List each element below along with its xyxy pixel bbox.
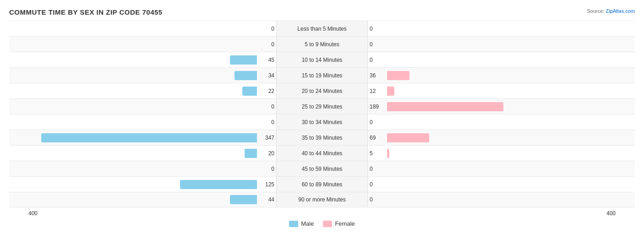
chart-row: 0 30 to 34 Minutes 0: [9, 114, 635, 130]
left-section: 125: [9, 177, 276, 192]
chart-row: 347 35 to 39 Minutes 69: [9, 130, 635, 145]
female-bar-container: [387, 83, 635, 98]
female-value: 0: [370, 166, 387, 172]
male-value: 44: [257, 196, 274, 203]
chart-row: 34 15 to 19 Minutes 36: [9, 67, 635, 83]
male-value: 0: [257, 119, 274, 125]
row-label: Less than 5 Minutes: [276, 21, 368, 36]
female-bar: [387, 149, 389, 158]
female-bar: [387, 87, 394, 96]
chart-row: 0 Less than 5 Minutes 0: [9, 21, 635, 36]
row-label: 25 to 29 Minutes: [276, 99, 368, 114]
female-value: 0: [370, 26, 387, 32]
male-bar: [230, 55, 257, 65]
female-bar: [387, 133, 429, 142]
male-value: 347: [257, 135, 274, 141]
male-value: 0: [257, 103, 274, 110]
female-value: 0: [370, 57, 387, 63]
legend-area: Male Female: [9, 220, 635, 227]
row-label: 40 to 44 Minutes: [276, 146, 368, 161]
male-bar-container: [9, 37, 257, 52]
row-label: 45 to 59 Minutes: [276, 161, 368, 176]
female-bar-container: [387, 161, 635, 176]
male-bar-container: [9, 68, 257, 83]
male-bar-container: [9, 83, 257, 98]
female-legend-box: [323, 221, 332, 227]
source-text: Source: ZipAtlas.com: [587, 8, 635, 14]
male-bar-container: [9, 21, 257, 36]
chart-row: 44 90 or more Minutes 0: [9, 192, 635, 207]
rows-area: 0 Less than 5 Minutes 0 0 5 to 9 Minutes: [9, 21, 635, 207]
female-bar-container: [387, 99, 635, 114]
chart-title: COMMUTE TIME BY SEX IN ZIP CODE 70455: [9, 8, 635, 16]
chart-row: 45 10 to 14 Minutes 0: [9, 52, 635, 67]
male-bar: [242, 87, 257, 96]
row-label: 90 or more Minutes: [276, 192, 368, 207]
male-bar: [180, 180, 257, 189]
row-label: 5 to 9 Minutes: [276, 37, 368, 52]
female-bar-container: [387, 146, 635, 161]
row-label: 35 to 39 Minutes: [276, 130, 368, 145]
male-bar-container: [9, 177, 257, 192]
female-bar-container: [387, 114, 635, 130]
right-section: 0: [368, 52, 635, 67]
female-value: 69: [370, 135, 387, 141]
axis-right: 400: [368, 210, 635, 217]
female-value: 5: [370, 150, 387, 157]
female-value: 189: [370, 103, 387, 110]
left-section: 20: [9, 146, 276, 161]
female-bar-container: [387, 130, 635, 145]
left-section: 347: [9, 130, 276, 145]
chart-row: 0 25 to 29 Minutes 189: [9, 98, 635, 114]
male-value: 0: [257, 26, 274, 32]
male-value: 0: [257, 166, 274, 172]
chart-container: COMMUTE TIME BY SEX IN ZIP CODE 70455 So…: [0, 0, 644, 239]
chart-row: 20 40 to 44 Minutes 5: [9, 145, 635, 161]
male-legend-label: Male: [301, 220, 314, 227]
source-link[interactable]: ZipAtlas.com: [606, 8, 635, 14]
right-section: 5: [368, 146, 635, 161]
axis-left: 400: [9, 210, 276, 217]
male-bar-container: [9, 161, 257, 176]
female-value: 12: [370, 88, 387, 94]
right-section: 0: [368, 177, 635, 192]
female-bar-container: [387, 192, 635, 207]
axis-left-label: 400: [9, 210, 57, 217]
male-value: 0: [257, 41, 274, 48]
row-label: 10 to 14 Minutes: [276, 52, 368, 67]
chart-row: 22 20 to 24 Minutes 12: [9, 83, 635, 98]
left-section: 0: [9, 99, 276, 114]
legend-male: Male: [289, 220, 314, 227]
male-value: 125: [257, 181, 274, 188]
legend-female: Female: [323, 220, 355, 227]
male-bar-container: [9, 192, 257, 207]
female-value: 0: [370, 119, 387, 125]
left-section: 0: [9, 21, 276, 36]
female-legend-label: Female: [335, 220, 355, 227]
right-section: 12: [368, 83, 635, 98]
right-section: 0: [368, 21, 635, 36]
female-bar-container: [387, 68, 635, 83]
chart-row: 0 5 to 9 Minutes 0: [9, 36, 635, 52]
male-bar-container: [9, 52, 257, 67]
female-bar: [387, 102, 503, 111]
axis-right-label: 400: [587, 210, 635, 217]
male-value: 45: [257, 57, 274, 63]
male-bar-container: [9, 146, 257, 161]
left-section: 0: [9, 37, 276, 52]
right-section: 69: [368, 130, 635, 145]
female-bar-container: [387, 177, 635, 192]
left-section: 34: [9, 68, 276, 83]
chart-row: 125 60 to 89 Minutes 0: [9, 176, 635, 192]
female-value: 0: [370, 181, 387, 188]
male-bar: [235, 71, 257, 80]
right-section: 0: [368, 161, 635, 176]
left-section: 0: [9, 114, 276, 130]
male-value: 22: [257, 88, 274, 94]
male-value: 34: [257, 72, 274, 79]
row-label: 30 to 34 Minutes: [276, 114, 368, 130]
male-bar-container: [9, 99, 257, 114]
female-bar-container: [387, 37, 635, 52]
axis-row: 400 400: [9, 210, 635, 217]
left-section: 44: [9, 192, 276, 207]
